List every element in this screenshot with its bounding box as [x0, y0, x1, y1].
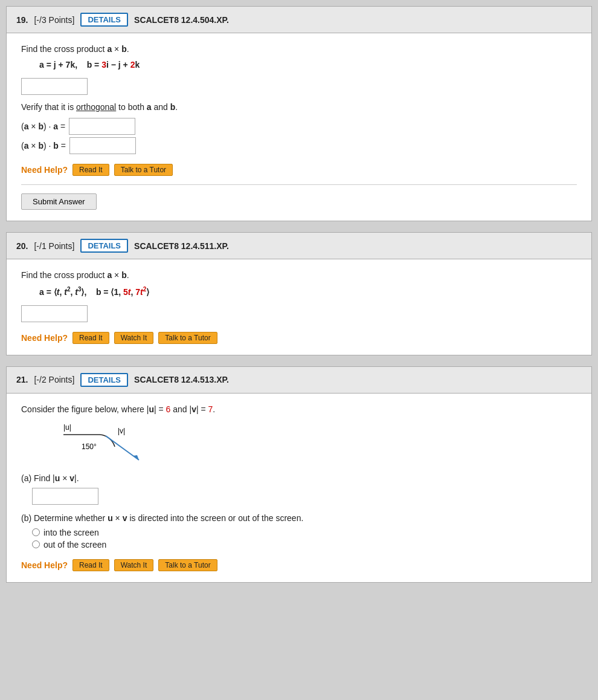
problem-19-help-row: Need Help? Read It Talk to a Tutor: [21, 164, 577, 176]
problem-21-out-label: out of the screen: [43, 540, 106, 549]
problem-19-verify-text: Verify that it is orthogonal to both a a…: [21, 102, 577, 112]
problem-20: 20. [-/1 Points] DETAILS SCALCET8 12.4.5…: [6, 232, 592, 355]
problem-21-number: 21.: [16, 375, 28, 384]
problem-19-submit-btn[interactable]: Submit Answer: [21, 193, 97, 210]
problem-19-points: [-/3 Points]: [34, 15, 74, 25]
problem-21: 21. [-/2 Points] DETAILS SCALCET8 12.4.5…: [6, 366, 592, 583]
problem-21-help-row: Need Help? Read It Watch It Talk to a Tu…: [21, 559, 577, 571]
problem-21-radio-out-input[interactable]: [32, 540, 40, 548]
problem-20-code: SCALCET8 12.4.511.XP.: [134, 241, 229, 251]
problem-20-header: 20. [-/1 Points] DETAILS SCALCET8 12.4.5…: [7, 233, 591, 259]
problem-19-dot-b-label: (a × b) · b =: [21, 141, 66, 151]
problem-19-dot-a-label: (a × b) · a =: [21, 122, 65, 131]
problem-19-dot-a-input[interactable]: [69, 118, 135, 135]
problem-19: 19. [-/3 Points] DETAILS SCALCET8 12.4.5…: [6, 6, 592, 221]
problem-20-read-it-btn[interactable]: Read It: [72, 332, 109, 344]
problem-19-number: 19.: [16, 15, 28, 25]
problem-19-instruction: Find the cross product a × b.: [21, 44, 577, 54]
problem-20-number: 20.: [16, 241, 28, 251]
problem-19-read-it-btn[interactable]: Read It: [72, 164, 109, 176]
problem-21-watch-it-btn[interactable]: Watch It: [114, 559, 154, 571]
problem-19-details-btn[interactable]: DETAILS: [80, 13, 128, 27]
problem-20-body: Find the cross product a × b. a = ⟨t, t2…: [7, 259, 591, 355]
problem-19-code: SCALCET8 12.4.504.XP.: [134, 15, 229, 25]
problem-19-header: 19. [-/3 Points] DETAILS SCALCET8 12.4.5…: [7, 7, 591, 33]
problem-21-header: 21. [-/2 Points] DETAILS SCALCET8 12.4.5…: [7, 367, 591, 394]
svg-text:|v|: |v|: [118, 427, 125, 435]
problem-20-need-help-label: Need Help?: [21, 333, 68, 343]
problem-21-need-help-label: Need Help?: [21, 560, 68, 570]
problem-19-math: a = j + 7k, b = 3i − j + 2k: [39, 60, 577, 70]
problem-21-radio-out[interactable]: out of the screen: [32, 540, 577, 549]
problem-20-instruction: Find the cross product a × b.: [21, 270, 577, 280]
problem-21-figure: |u| 150° |v|: [45, 423, 184, 465]
problem-20-points: [-/1 Points]: [34, 241, 74, 251]
problem-19-answer-input[interactable]: [21, 78, 88, 95]
problem-21-details-btn[interactable]: DETAILS: [80, 373, 128, 387]
problem-21-points: [-/2 Points]: [34, 375, 74, 384]
problem-21-part-a-text: (a) Find |u × v|.: [21, 473, 577, 483]
problem-21-into-label: into the screen: [43, 528, 99, 537]
problem-21-read-it-btn[interactable]: Read It: [72, 559, 109, 571]
problem-21-radio-into-input[interactable]: [32, 528, 40, 536]
problem-20-answer-input[interactable]: [21, 305, 88, 322]
problem-19-body: Find the cross product a × b. a = j + 7k…: [7, 33, 591, 221]
problem-21-figure-svg: |u| 150° |v|: [45, 423, 184, 468]
problem-21-code: SCALCET8 12.4.513.XP.: [134, 375, 229, 384]
problem-21-body: Consider the figure below, where |u| = 6…: [7, 394, 591, 582]
svg-text:150°: 150°: [82, 442, 97, 451]
problem-21-radio-into[interactable]: into the screen: [32, 528, 577, 537]
svg-text:|u|: |u|: [63, 423, 71, 432]
problem-19-need-help-label: Need Help?: [21, 165, 68, 175]
problem-21-part-a-input[interactable]: [32, 488, 98, 505]
problem-20-details-btn[interactable]: DETAILS: [80, 239, 128, 253]
problem-21-part-b-text: (b) Determine whether u × v is directed …: [21, 513, 577, 523]
problem-20-help-row: Need Help? Read It Watch It Talk to a Tu…: [21, 332, 577, 344]
problem-20-watch-it-btn[interactable]: Watch It: [114, 332, 154, 344]
problem-21-instruction: Consider the figure below, where |u| = 6…: [21, 404, 577, 414]
problem-19-dot-b-row: (a × b) · b =: [21, 137, 577, 154]
problem-20-math: a = ⟨t, t2, t3⟩, b = ⟨1, 5t, 7t2⟩: [39, 286, 577, 297]
problem-20-talk-tutor-btn[interactable]: Talk to a Tutor: [158, 332, 217, 344]
problem-19-dot-b-input[interactable]: [69, 137, 136, 154]
problem-19-dot-a-row: (a × b) · a =: [21, 118, 577, 135]
problem-19-talk-tutor-btn[interactable]: Talk to a Tutor: [114, 164, 173, 176]
problem-21-talk-tutor-btn[interactable]: Talk to a Tutor: [158, 559, 217, 571]
svg-marker-5: [133, 455, 139, 460]
